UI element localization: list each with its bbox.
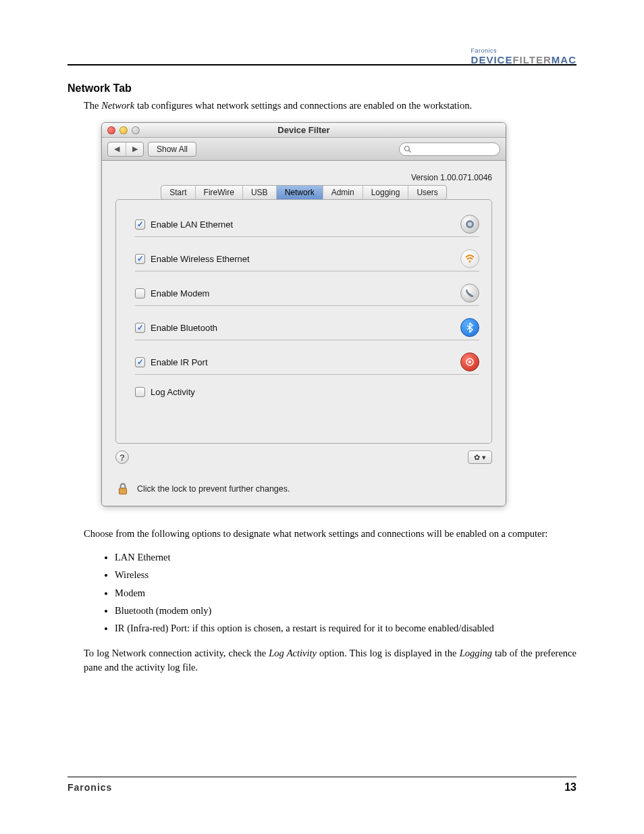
lock-icon: [115, 481, 130, 496]
tab-logging[interactable]: Logging: [363, 186, 409, 199]
option-log-activity: Log Activity: [135, 384, 479, 400]
nav-back-button[interactable]: ◀: [108, 142, 126, 156]
paragraph-choose-options: Choose from the following options to des…: [84, 527, 576, 541]
section-title: Network Tab: [68, 82, 576, 95]
list-item: Wireless: [115, 568, 576, 581]
checkbox-lan-ethernet[interactable]: [135, 219, 145, 230]
checkbox-bluetooth[interactable]: [135, 323, 145, 333]
label-log-activity: Log Activity: [151, 387, 479, 397]
lock-row[interactable]: Click the lock to prevent further change…: [115, 481, 492, 496]
svg-point-0: [405, 146, 410, 151]
gear-menu-button[interactable]: ✿ ▾: [468, 450, 492, 464]
option-bluetooth: Enable Bluetooth: [135, 315, 479, 340]
prefs-body: Version 1.00.071.0046 Start FireWire USB…: [102, 161, 506, 506]
header-brand: Faronics DEVICEFILTERMAC: [471, 47, 576, 66]
svg-point-3: [468, 222, 472, 226]
tab-bar: Start FireWire USB Network Admin Logging…: [161, 185, 446, 200]
tab-panel-network: Enable LAN Ethernet Enable Wireless Ethe…: [115, 199, 492, 444]
wifi-icon: [460, 249, 479, 268]
label-lan-ethernet: Enable LAN Ethernet: [151, 219, 455, 230]
list-item: LAN Ethernet: [115, 550, 576, 564]
window-title: Device Filter: [102, 125, 506, 135]
checkbox-wireless[interactable]: [135, 254, 145, 264]
footer-brand: Faronics: [68, 782, 112, 793]
window-titlebar: Device Filter: [102, 123, 506, 138]
phone-icon: [460, 284, 479, 303]
tab-start[interactable]: Start: [161, 186, 195, 199]
search-input[interactable]: [399, 142, 500, 156]
svg-point-4: [469, 261, 471, 263]
nav-segment: ◀ ▶: [107, 142, 144, 157]
option-wireless: Enable Wireless Ethernet: [135, 246, 479, 271]
list-item: Modem: [115, 586, 576, 600]
checkbox-ir[interactable]: [135, 357, 145, 367]
tab-users[interactable]: Users: [408, 186, 446, 199]
footer-rule: [68, 777, 576, 777]
ir-icon: [460, 353, 479, 371]
intro-paragraph: The Network tab configures what network …: [84, 99, 576, 113]
checkbox-log-activity[interactable]: [135, 387, 145, 397]
panel-bottom-row: ? ✿ ▾: [115, 450, 492, 464]
search-icon: [404, 145, 412, 153]
option-ir: Enable IR Port: [135, 350, 479, 375]
page-number: 13: [564, 781, 576, 793]
options-list: LAN Ethernet Wireless Modem Bluetooth (m…: [115, 550, 576, 635]
gear-icon: ✿: [474, 453, 480, 462]
svg-rect-7: [119, 488, 127, 494]
option-modem: Enable Modem: [135, 281, 479, 306]
checkbox-modem[interactable]: [135, 288, 145, 298]
label-wireless: Enable Wireless Ethernet: [151, 254, 455, 264]
brand-big: DEVICEFILTERMAC: [471, 54, 576, 66]
version-label: Version 1.00.071.0046: [115, 173, 492, 182]
option-lan-ethernet: Enable LAN Ethernet: [135, 212, 479, 237]
label-ir: Enable IR Port: [151, 357, 455, 367]
nav-forward-button[interactable]: ▶: [126, 142, 143, 156]
svg-line-1: [409, 150, 411, 152]
page-footer: Faronics 13: [68, 781, 576, 793]
chevron-down-icon: ▾: [482, 453, 486, 462]
help-button[interactable]: ?: [115, 450, 129, 464]
list-item: IR (Infra-red) Port: if this option is c…: [115, 621, 576, 635]
label-modem: Enable Modem: [151, 288, 455, 298]
label-bluetooth: Enable Bluetooth: [151, 323, 455, 333]
window-toolbar: ◀ ▶ Show All: [102, 138, 506, 161]
tab-firewire[interactable]: FireWire: [196, 186, 243, 199]
show-all-button[interactable]: Show All: [148, 142, 196, 157]
paragraph-log-activity: To log Network connection activity, chec…: [84, 646, 576, 675]
tab-usb[interactable]: USB: [243, 186, 277, 199]
brand-small: Faronics: [471, 47, 576, 54]
lock-text: Click the lock to prevent further change…: [137, 484, 290, 494]
list-item: Bluetooth (modem only): [115, 604, 576, 617]
svg-point-6: [468, 361, 471, 363]
ethernet-icon: [460, 215, 479, 234]
bluetooth-icon: [460, 318, 479, 337]
tab-network[interactable]: Network: [277, 186, 323, 199]
tab-admin[interactable]: Admin: [323, 186, 363, 199]
screenshot-window: Device Filter ◀ ▶ Show All Version 1.00.…: [101, 122, 506, 506]
